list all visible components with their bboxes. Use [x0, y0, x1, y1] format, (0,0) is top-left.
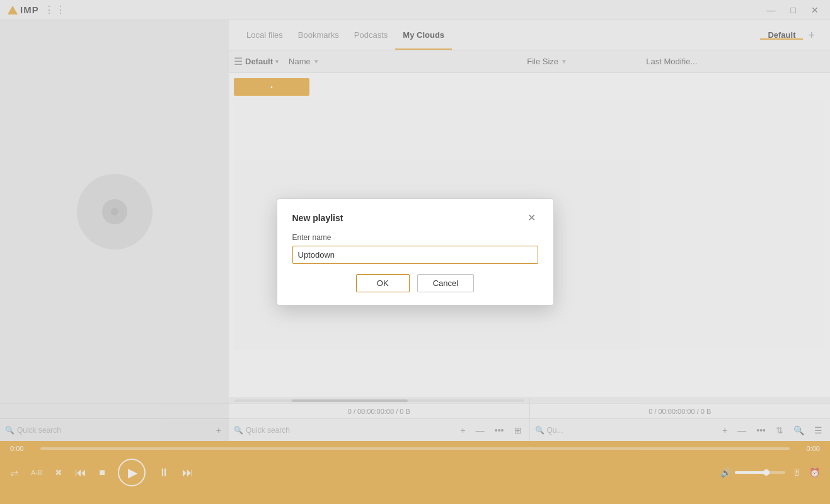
new-playlist-modal: New playlist ✕ Enter name OK Cancel: [277, 198, 554, 306]
modal-buttons: OK Cancel: [292, 274, 538, 292]
modal-close-button[interactable]: ✕: [525, 212, 538, 224]
modal-title: New playlist: [292, 213, 343, 223]
modal-label: Enter name: [292, 233, 538, 242]
modal-cancel-button[interactable]: Cancel: [417, 274, 474, 292]
modal-ok-button[interactable]: OK: [356, 274, 410, 292]
modal-title-bar: New playlist ✕: [292, 212, 538, 224]
modal-overlay: New playlist ✕ Enter name OK Cancel: [0, 0, 830, 504]
playlist-name-input[interactable]: [292, 246, 538, 264]
